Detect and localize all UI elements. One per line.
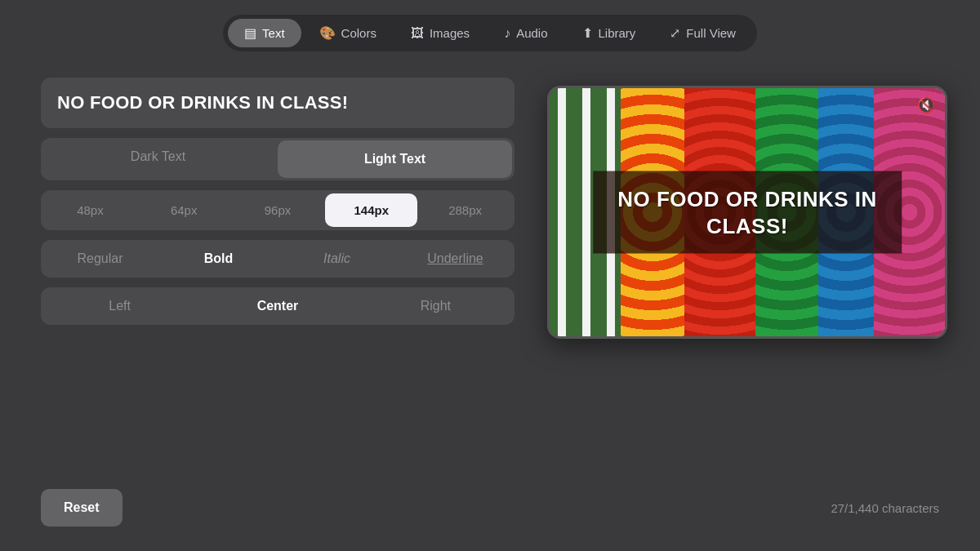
size-48[interactable]: 48px (44, 193, 136, 227)
font-style-selector: Regular Bold Italic Underline (41, 240, 514, 278)
style-bold[interactable]: Bold (159, 240, 278, 278)
size-96[interactable]: 96px (232, 193, 324, 227)
tab-colors-label: Colors (341, 26, 376, 40)
text-alignment-selector: Left Center Right (41, 287, 514, 325)
bottom-bar: Reset 27/1,440 characters (41, 489, 939, 527)
preview-text: NO FOOD OR DRINKS IN CLASS! (612, 186, 882, 239)
style-underline[interactable]: Underline (396, 240, 514, 278)
tab-library-label: Library (599, 26, 636, 40)
nav-pill: ▤ Text 🎨 Colors 🖼 Images ♪ Audio ⬆ Libra… (223, 15, 757, 51)
tab-fullview-label: Full View (686, 26, 736, 40)
light-text-option[interactable]: Light Text (278, 140, 512, 178)
align-center[interactable]: Center (198, 287, 356, 325)
font-size-selector: 48px 64px 96px 144px 288px (41, 190, 514, 230)
fullview-icon: ⤢ (670, 25, 680, 41)
style-italic[interactable]: Italic (278, 240, 396, 278)
tab-audio-label: Audio (516, 26, 547, 40)
tab-audio[interactable]: ♪ Audio (488, 19, 564, 47)
dark-text-option[interactable]: Dark Text (41, 138, 275, 180)
tab-text[interactable]: ▤ Text (228, 19, 301, 47)
tab-text-label: Text (262, 26, 285, 40)
library-icon: ⬆ (582, 25, 593, 41)
align-left[interactable]: Left (41, 287, 198, 325)
size-288[interactable]: 288px (419, 193, 511, 227)
tab-images-label: Images (430, 26, 470, 40)
preview-text-overlay: NO FOOD OR DRINKS IN CLASS! (593, 171, 902, 254)
colors-icon: 🎨 (319, 25, 336, 41)
align-right[interactable]: Right (357, 287, 514, 325)
screen-background: NO FOOD OR DRINKS IN CLASS! 🔇 (550, 88, 945, 336)
main-content: NO FOOD OR DRINKS IN CLASS! Dark Text Li… (0, 61, 980, 355)
tab-library[interactable]: ⬆ Library (566, 19, 653, 47)
text-input[interactable]: NO FOOD OR DRINKS IN CLASS! (41, 78, 514, 128)
tab-colors[interactable]: 🎨 Colors (303, 19, 393, 47)
text-icon: ▤ (244, 25, 256, 41)
left-panel: NO FOOD OR DRINKS IN CLASS! Dark Text Li… (41, 78, 514, 339)
reset-button[interactable]: Reset (41, 489, 122, 527)
audio-icon: ♪ (504, 26, 510, 41)
mute-icon: 🔇 (917, 96, 935, 114)
tab-images[interactable]: 🖼 Images (394, 19, 486, 47)
screen-preview: NO FOOD OR DRINKS IN CLASS! 🔇 (547, 86, 947, 339)
text-color-toggle: Dark Text Light Text (41, 138, 514, 180)
style-regular[interactable]: Regular (41, 240, 159, 278)
preview-panel: NO FOOD OR DRINKS IN CLASS! 🔇 (547, 86, 947, 339)
size-144[interactable]: 144px (325, 193, 417, 227)
char-count: 27/1,440 characters (831, 501, 939, 515)
images-icon: 🖼 (411, 26, 424, 41)
tab-fullview[interactable]: ⤢ Full View (653, 19, 752, 47)
top-navigation: ▤ Text 🎨 Colors 🖼 Images ♪ Audio ⬆ Libra… (0, 0, 980, 61)
size-64[interactable]: 64px (138, 193, 230, 227)
